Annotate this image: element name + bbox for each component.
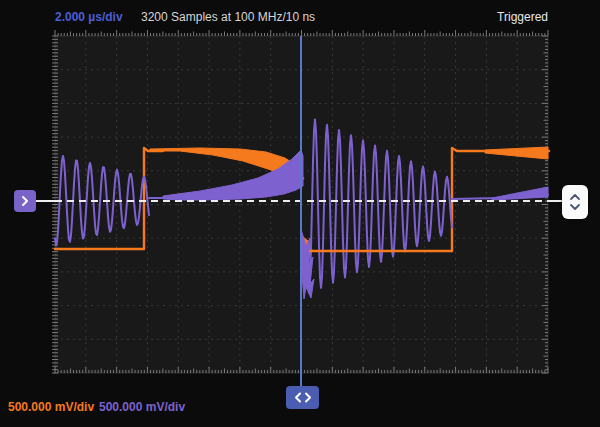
ch2-scale-label: 500.000 mV/div — [99, 400, 185, 414]
chevron-right-icon — [20, 195, 30, 207]
channel-offset-marker[interactable] — [14, 190, 36, 212]
scope-display — [0, 0, 600, 427]
chevron-up-icon[interactable] — [569, 193, 581, 201]
chevron-down-icon[interactable] — [569, 203, 581, 211]
ch1-scale-label: 500.000 mV/div — [8, 400, 94, 414]
horizontal-position-button[interactable] — [286, 386, 319, 409]
chevron-left-right-icons — [293, 392, 313, 403]
level-updown-control[interactable] — [562, 185, 588, 219]
oscilloscope-window: 2.000 µs/div 3200 Samples at 100 MHz/10 … — [0, 0, 600, 427]
